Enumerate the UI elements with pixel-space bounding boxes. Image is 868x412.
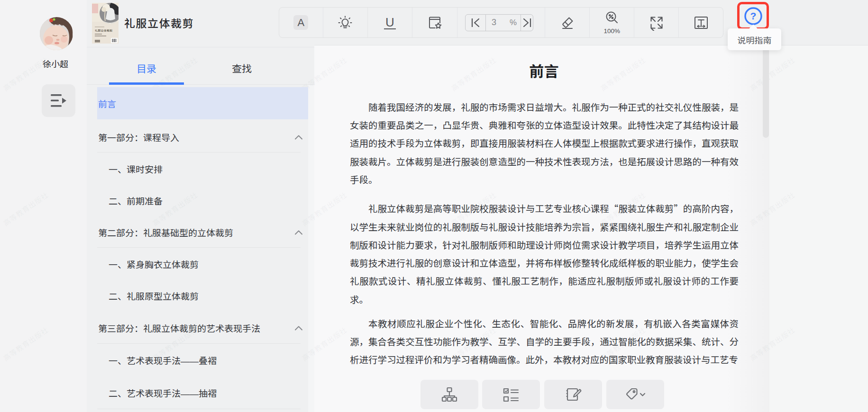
svg-text:?: ?: [750, 10, 756, 21]
svg-text:礼服立体裁剪: 礼服立体裁剪: [95, 28, 112, 33]
